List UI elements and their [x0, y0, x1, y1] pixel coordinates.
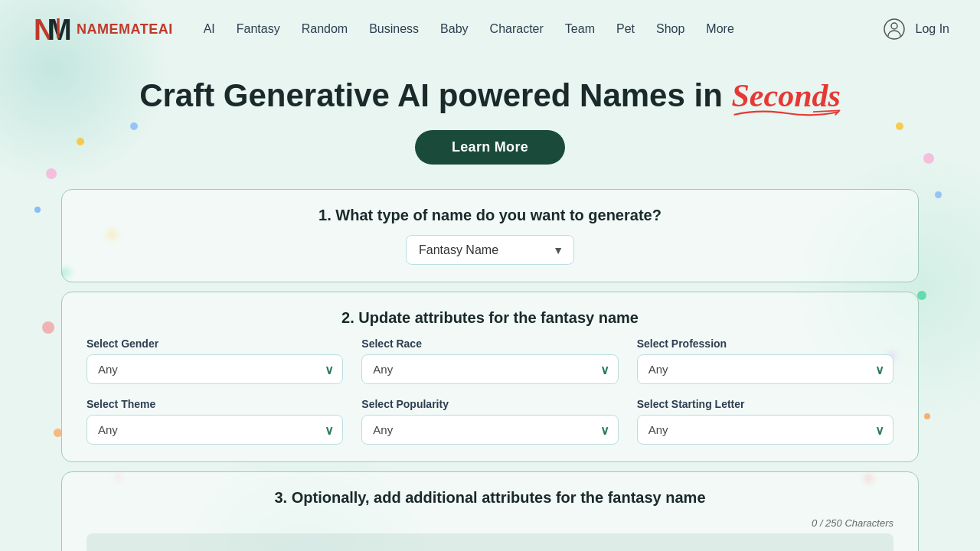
race-label: Select Race [361, 337, 618, 350]
user-icon [884, 18, 905, 40]
logo-icon: N M [31, 9, 70, 49]
popularity-label: Select Popularity [361, 398, 618, 410]
user-account-button[interactable] [880, 15, 908, 43]
nav-link-pet[interactable]: Pet [616, 22, 635, 36]
hero-title-part1: Craft Generative AI powered Names in [139, 77, 731, 113]
logo[interactable]: N M NAMEMATEAI [31, 9, 173, 49]
svg-point-5 [891, 23, 897, 29]
hero-title-highlight: Seconds [732, 78, 841, 113]
profession-label: Select Profession [637, 337, 893, 350]
race-dropdown-wrapper: Any Human Elf Dwarf Orc Dragon ∨ [361, 354, 618, 384]
popularity-select[interactable]: Any Common Rare Unique Legendary [361, 415, 618, 445]
nav-link-fantasy[interactable]: Fantasy [237, 22, 280, 36]
section-2-title: 2. Update attributes for the fantasy nam… [87, 309, 893, 327]
popularity-dropdown-wrapper: Any Common Rare Unique Legendary ∨ [361, 415, 618, 445]
logo-text: NAMEMATEAI [77, 21, 173, 37]
section-3-card: 3. Optionally, add additional attributes… [61, 471, 919, 551]
theme-label: Select Theme [87, 398, 343, 410]
additional-attributes-textarea[interactable] [87, 533, 893, 551]
popularity-group: Select Popularity Any Common Rare Unique… [361, 398, 618, 445]
gender-label: Select Gender [87, 337, 343, 350]
nav-link-more[interactable]: More [706, 22, 733, 36]
logo-ai: AI [158, 21, 173, 37]
nav-right: Log In [880, 15, 949, 43]
theme-select[interactable]: Any Dark Light Nature Cosmic Ancient [87, 415, 343, 445]
login-button[interactable]: Log In [916, 22, 949, 36]
hero-title: Craft Generative AI powered Names in Sec… [15, 77, 965, 115]
learn-more-button[interactable]: Learn More [415, 130, 565, 165]
hero-section: Craft Generative AI powered Names in Sec… [0, 58, 980, 177]
profession-select[interactable]: Any Warrior Mage Rogue Healer Ranger [637, 354, 893, 384]
nav-link-team[interactable]: Team [565, 22, 595, 36]
name-type-dropdown-wrapper: Fantasy Name Character Name Team Name Bu… [406, 235, 574, 265]
sections-container: 1. What type of name do you want to gene… [0, 177, 980, 551]
section-2-card: 2. Update attributes for the fantasy nam… [61, 292, 919, 462]
logo-name: NAMEMATE [77, 21, 158, 37]
nav-link-shop[interactable]: Shop [656, 22, 684, 36]
char-count: 0 / 250 Characters [87, 517, 893, 529]
gender-select[interactable]: Any Male Female Non-binary [87, 354, 343, 384]
nav-link-character[interactable]: Character [490, 22, 544, 36]
nav-link-business[interactable]: Business [369, 22, 419, 36]
starting-letter-label: Select Starting Letter [637, 398, 893, 410]
theme-group: Select Theme Any Dark Light Nature Cosmi… [87, 398, 343, 445]
underline-decoration [732, 107, 841, 119]
section-3-title: 3. Optionally, add additional attributes… [87, 489, 893, 507]
name-type-select[interactable]: Fantasy Name Character Name Team Name Bu… [406, 235, 574, 265]
race-group: Select Race Any Human Elf Dwarf Orc Drag… [361, 337, 618, 384]
starting-letter-select[interactable]: Any ABCD EFGH IJKL MNOP QRST UVWX YZ [637, 415, 893, 445]
profession-group: Select Profession Any Warrior Mage Rogue… [637, 337, 893, 384]
section-1-card: 1. What type of name do you want to gene… [61, 189, 919, 282]
attributes-grid: Select Gender Any Male Female Non-binary… [87, 337, 893, 445]
profession-dropdown-wrapper: Any Warrior Mage Rogue Healer Ranger ∨ [637, 354, 893, 384]
starting-letter-dropdown-wrapper: Any ABCD EFGH IJKL MNOP QRST UVWX YZ ∨ [637, 415, 893, 445]
race-select[interactable]: Any Human Elf Dwarf Orc Dragon [361, 354, 618, 384]
section-1-dropdown-container: Fantasy Name Character Name Team Name Bu… [87, 235, 893, 265]
gender-group: Select Gender Any Male Female Non-binary… [87, 337, 343, 384]
theme-dropdown-wrapper: Any Dark Light Nature Cosmic Ancient ∨ [87, 415, 343, 445]
gender-dropdown-wrapper: Any Male Female Non-binary ∨ [87, 354, 343, 384]
nav-link-ai[interactable]: AI [204, 22, 215, 36]
section-1-title: 1. What type of name do you want to gene… [87, 207, 893, 224]
starting-letter-group: Select Starting Letter Any ABCD EFGH IJK… [637, 398, 893, 445]
nav-links: AI Fantasy Random Business Baby Characte… [204, 22, 862, 36]
nav-link-random[interactable]: Random [302, 22, 348, 36]
nav-link-baby[interactable]: Baby [440, 22, 468, 36]
